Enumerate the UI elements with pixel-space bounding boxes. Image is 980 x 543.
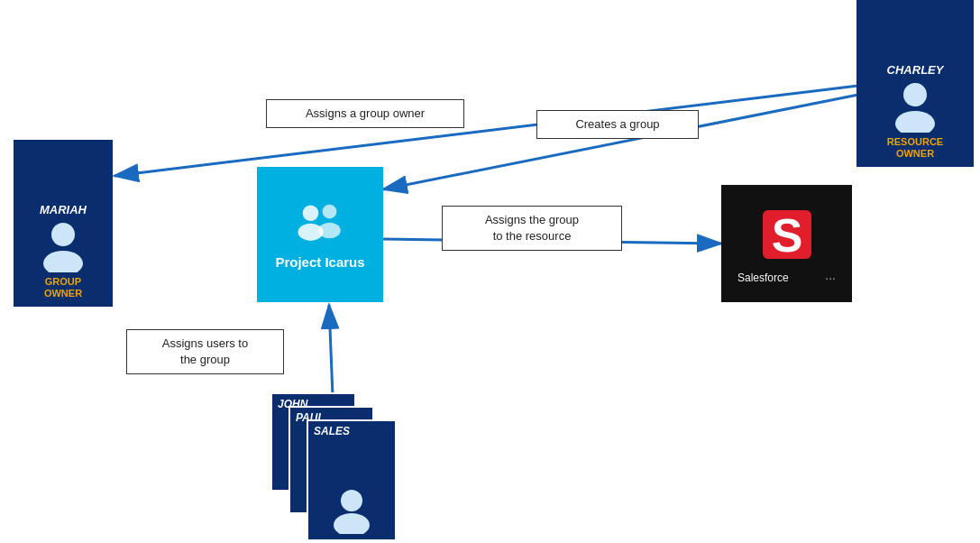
salesforce-name: Salesforce (737, 272, 789, 284)
sales-card: SALES (307, 419, 397, 541)
svg-point-11 (323, 205, 337, 219)
salesforce-dots: ... (825, 268, 836, 282)
svg-point-5 (903, 83, 927, 106)
assigns-users-text: Assigns users to the group (162, 336, 248, 366)
svg-line-1 (114, 86, 858, 176)
assigns-group-resource-text: Assigns the group to the resource (485, 213, 579, 243)
salesforce-logo-icon: S S (756, 203, 819, 266)
svg-point-7 (51, 223, 75, 246)
creates-group-label: Creates a group (536, 110, 699, 139)
project-group-card: Project Icarus (257, 167, 383, 302)
charley-name: CHARLEY (884, 61, 948, 78)
assigns-group-owner-text: Assigns a group owner (306, 106, 425, 120)
assigns-users-label: Assigns users to the group (126, 329, 284, 374)
sales-avatar-icon (330, 487, 373, 534)
salesforce-card: S S Salesforce ... (721, 185, 852, 302)
mariah-role: GROUP OWNER (44, 276, 82, 299)
assigns-group-owner-label: Assigns a group owner (266, 99, 464, 128)
charley-role: RESOURCE OWNER (887, 136, 943, 160)
charley-card: CHARLEY RESOURCE OWNER (856, 0, 974, 167)
creates-group-text: Creates a group (575, 117, 659, 131)
mariah-avatar-icon (36, 218, 90, 272)
svg-text:S: S (771, 209, 802, 262)
group-icon (289, 199, 352, 249)
assigns-group-resource-label: Assigns the group to the resource (442, 206, 622, 251)
svg-point-6 (895, 111, 935, 133)
svg-point-9 (303, 206, 319, 222)
svg-point-21 (341, 490, 362, 511)
group-name-label: Project Icarus (275, 254, 364, 270)
mariah-name: MARIAH (36, 201, 90, 218)
mariah-card: MARIAH GROUP OWNER (14, 140, 113, 307)
svg-point-12 (318, 223, 341, 239)
sales-name: SALES (314, 425, 350, 437)
charley-avatar-icon (888, 78, 942, 133)
salesforce-bottom-row: Salesforce ... (730, 266, 843, 284)
svg-point-22 (334, 513, 370, 534)
svg-point-8 (43, 251, 83, 272)
